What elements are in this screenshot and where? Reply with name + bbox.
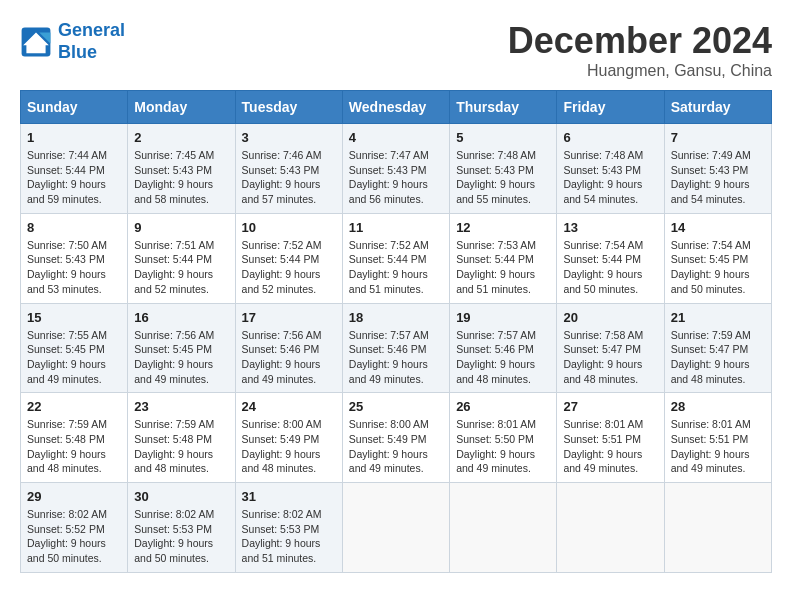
calendar-cell <box>557 483 664 573</box>
weekday-header-wednesday: Wednesday <box>342 91 449 124</box>
calendar-cell: 29Sunrise: 8:02 AM Sunset: 5:52 PM Dayli… <box>21 483 128 573</box>
weekday-header-thursday: Thursday <box>450 91 557 124</box>
calendar-cell: 18Sunrise: 7:57 AM Sunset: 5:46 PM Dayli… <box>342 303 449 393</box>
day-info: Sunrise: 7:59 AM Sunset: 5:47 PM Dayligh… <box>671 328 765 387</box>
day-number: 4 <box>349 130 443 145</box>
day-info: Sunrise: 7:52 AM Sunset: 5:44 PM Dayligh… <box>242 238 336 297</box>
day-number: 1 <box>27 130 121 145</box>
day-info: Sunrise: 7:46 AM Sunset: 5:43 PM Dayligh… <box>242 148 336 207</box>
calendar-cell: 31Sunrise: 8:02 AM Sunset: 5:53 PM Dayli… <box>235 483 342 573</box>
day-number: 30 <box>134 489 228 504</box>
day-info: Sunrise: 7:48 AM Sunset: 5:43 PM Dayligh… <box>456 148 550 207</box>
weekday-header-row: SundayMondayTuesdayWednesdayThursdayFrid… <box>21 91 772 124</box>
day-info: Sunrise: 7:59 AM Sunset: 5:48 PM Dayligh… <box>27 417 121 476</box>
day-number: 16 <box>134 310 228 325</box>
day-info: Sunrise: 8:01 AM Sunset: 5:50 PM Dayligh… <box>456 417 550 476</box>
day-info: Sunrise: 7:56 AM Sunset: 5:46 PM Dayligh… <box>242 328 336 387</box>
calendar-body: 1Sunrise: 7:44 AM Sunset: 5:44 PM Daylig… <box>21 124 772 573</box>
day-number: 15 <box>27 310 121 325</box>
day-info: Sunrise: 8:01 AM Sunset: 5:51 PM Dayligh… <box>671 417 765 476</box>
logo: General Blue <box>20 20 125 63</box>
weekday-header-tuesday: Tuesday <box>235 91 342 124</box>
calendar-cell: 24Sunrise: 8:00 AM Sunset: 5:49 PM Dayli… <box>235 393 342 483</box>
day-number: 29 <box>27 489 121 504</box>
day-number: 26 <box>456 399 550 414</box>
day-number: 23 <box>134 399 228 414</box>
logo-line2: Blue <box>58 42 97 62</box>
day-info: Sunrise: 7:57 AM Sunset: 5:46 PM Dayligh… <box>349 328 443 387</box>
calendar-cell: 22Sunrise: 7:59 AM Sunset: 5:48 PM Dayli… <box>21 393 128 483</box>
calendar-header: SundayMondayTuesdayWednesdayThursdayFrid… <box>21 91 772 124</box>
calendar-cell: 25Sunrise: 8:00 AM Sunset: 5:49 PM Dayli… <box>342 393 449 483</box>
day-info: Sunrise: 7:47 AM Sunset: 5:43 PM Dayligh… <box>349 148 443 207</box>
calendar-cell: 3Sunrise: 7:46 AM Sunset: 5:43 PM Daylig… <box>235 124 342 214</box>
day-number: 27 <box>563 399 657 414</box>
calendar-cell <box>342 483 449 573</box>
calendar-cell: 12Sunrise: 7:53 AM Sunset: 5:44 PM Dayli… <box>450 213 557 303</box>
day-info: Sunrise: 7:58 AM Sunset: 5:47 PM Dayligh… <box>563 328 657 387</box>
calendar-cell <box>450 483 557 573</box>
calendar-cell: 7Sunrise: 7:49 AM Sunset: 5:43 PM Daylig… <box>664 124 771 214</box>
calendar-cell: 4Sunrise: 7:47 AM Sunset: 5:43 PM Daylig… <box>342 124 449 214</box>
day-number: 31 <box>242 489 336 504</box>
calendar-cell: 30Sunrise: 8:02 AM Sunset: 5:53 PM Dayli… <box>128 483 235 573</box>
weekday-header-sunday: Sunday <box>21 91 128 124</box>
logo-line1: General <box>58 20 125 40</box>
day-info: Sunrise: 7:48 AM Sunset: 5:43 PM Dayligh… <box>563 148 657 207</box>
day-info: Sunrise: 7:59 AM Sunset: 5:48 PM Dayligh… <box>134 417 228 476</box>
day-number: 10 <box>242 220 336 235</box>
weekday-header-saturday: Saturday <box>664 91 771 124</box>
calendar-cell: 10Sunrise: 7:52 AM Sunset: 5:44 PM Dayli… <box>235 213 342 303</box>
day-number: 25 <box>349 399 443 414</box>
day-info: Sunrise: 7:54 AM Sunset: 5:44 PM Dayligh… <box>563 238 657 297</box>
day-info: Sunrise: 7:49 AM Sunset: 5:43 PM Dayligh… <box>671 148 765 207</box>
day-number: 14 <box>671 220 765 235</box>
day-number: 21 <box>671 310 765 325</box>
calendar-cell: 5Sunrise: 7:48 AM Sunset: 5:43 PM Daylig… <box>450 124 557 214</box>
calendar-cell: 20Sunrise: 7:58 AM Sunset: 5:47 PM Dayli… <box>557 303 664 393</box>
day-info: Sunrise: 7:54 AM Sunset: 5:45 PM Dayligh… <box>671 238 765 297</box>
calendar-cell: 27Sunrise: 8:01 AM Sunset: 5:51 PM Dayli… <box>557 393 664 483</box>
calendar-cell: 17Sunrise: 7:56 AM Sunset: 5:46 PM Dayli… <box>235 303 342 393</box>
calendar-cell: 9Sunrise: 7:51 AM Sunset: 5:44 PM Daylig… <box>128 213 235 303</box>
calendar-cell: 11Sunrise: 7:52 AM Sunset: 5:44 PM Dayli… <box>342 213 449 303</box>
calendar-cell <box>664 483 771 573</box>
day-number: 6 <box>563 130 657 145</box>
logo-icon <box>20 26 52 58</box>
calendar-cell: 21Sunrise: 7:59 AM Sunset: 5:47 PM Dayli… <box>664 303 771 393</box>
day-info: Sunrise: 8:00 AM Sunset: 5:49 PM Dayligh… <box>349 417 443 476</box>
day-number: 9 <box>134 220 228 235</box>
month-title: December 2024 <box>508 20 772 62</box>
calendar-cell: 23Sunrise: 7:59 AM Sunset: 5:48 PM Dayli… <box>128 393 235 483</box>
day-info: Sunrise: 8:00 AM Sunset: 5:49 PM Dayligh… <box>242 417 336 476</box>
day-info: Sunrise: 8:02 AM Sunset: 5:53 PM Dayligh… <box>134 507 228 566</box>
calendar-week-row: 8Sunrise: 7:50 AM Sunset: 5:43 PM Daylig… <box>21 213 772 303</box>
calendar-table: SundayMondayTuesdayWednesdayThursdayFrid… <box>20 90 772 573</box>
day-info: Sunrise: 7:53 AM Sunset: 5:44 PM Dayligh… <box>456 238 550 297</box>
day-number: 13 <box>563 220 657 235</box>
calendar-cell: 14Sunrise: 7:54 AM Sunset: 5:45 PM Dayli… <box>664 213 771 303</box>
day-number: 18 <box>349 310 443 325</box>
calendar-week-row: 15Sunrise: 7:55 AM Sunset: 5:45 PM Dayli… <box>21 303 772 393</box>
calendar-cell: 28Sunrise: 8:01 AM Sunset: 5:51 PM Dayli… <box>664 393 771 483</box>
calendar-cell: 1Sunrise: 7:44 AM Sunset: 5:44 PM Daylig… <box>21 124 128 214</box>
day-info: Sunrise: 8:01 AM Sunset: 5:51 PM Dayligh… <box>563 417 657 476</box>
calendar-week-row: 22Sunrise: 7:59 AM Sunset: 5:48 PM Dayli… <box>21 393 772 483</box>
day-info: Sunrise: 7:44 AM Sunset: 5:44 PM Dayligh… <box>27 148 121 207</box>
calendar-cell: 6Sunrise: 7:48 AM Sunset: 5:43 PM Daylig… <box>557 124 664 214</box>
day-info: Sunrise: 7:55 AM Sunset: 5:45 PM Dayligh… <box>27 328 121 387</box>
day-number: 24 <box>242 399 336 414</box>
day-number: 2 <box>134 130 228 145</box>
location-subtitle: Huangmen, Gansu, China <box>508 62 772 80</box>
day-number: 3 <box>242 130 336 145</box>
calendar-cell: 2Sunrise: 7:45 AM Sunset: 5:43 PM Daylig… <box>128 124 235 214</box>
day-number: 7 <box>671 130 765 145</box>
day-number: 22 <box>27 399 121 414</box>
day-number: 8 <box>27 220 121 235</box>
day-number: 17 <box>242 310 336 325</box>
day-number: 11 <box>349 220 443 235</box>
weekday-header-monday: Monday <box>128 91 235 124</box>
calendar-week-row: 1Sunrise: 7:44 AM Sunset: 5:44 PM Daylig… <box>21 124 772 214</box>
calendar-cell: 8Sunrise: 7:50 AM Sunset: 5:43 PM Daylig… <box>21 213 128 303</box>
logo-text: General Blue <box>58 20 125 63</box>
